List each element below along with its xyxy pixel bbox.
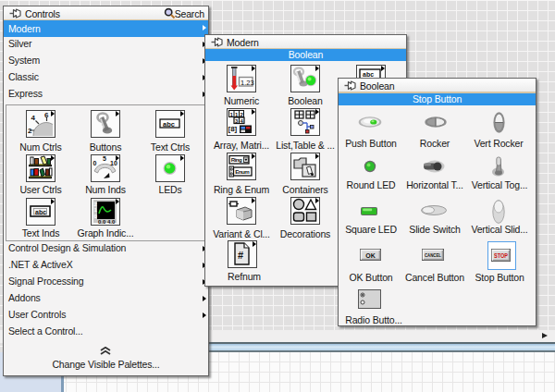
svg-text:CANCEL: CANCEL xyxy=(425,252,441,258)
svg-text:abc: abc xyxy=(163,120,175,129)
svg-text:#: # xyxy=(238,250,243,261)
svg-text:OK: OK xyxy=(365,252,376,259)
svg-text:Ring: Ring xyxy=(231,156,242,163)
svg-text:Enum: Enum xyxy=(235,168,250,175)
svg-text:abc: abc xyxy=(363,71,374,78)
svg-text:0: 0 xyxy=(93,160,97,166)
svg-text:5: 5 xyxy=(103,155,106,162)
svg-text:abc: abc xyxy=(35,209,46,215)
svg-text:[8]: [8] xyxy=(228,125,238,133)
svg-text:10: 10 xyxy=(110,160,117,166)
svg-text:0.0 4.0: 0.0 4.0 xyxy=(98,219,116,225)
svg-text:4: 4 xyxy=(31,114,36,122)
svg-text:STOP: STOP xyxy=(494,252,509,259)
svg-text:1.23: 1.23 xyxy=(240,79,254,87)
